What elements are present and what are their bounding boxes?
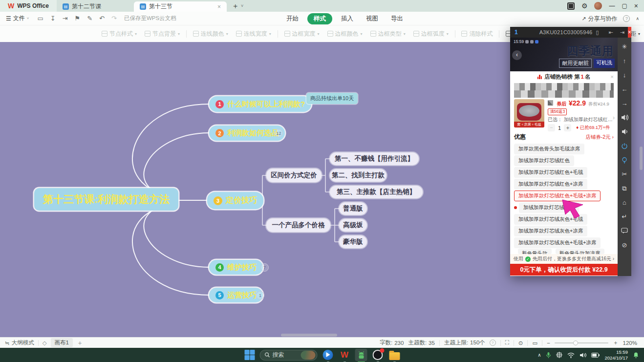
tray-expand-icon[interactable]: ∧ bbox=[537, 352, 541, 358]
tool-line-color[interactable]: 连线颜色▾ bbox=[189, 30, 232, 38]
wps-home-tab[interactable]: W WPS Office bbox=[0, 0, 57, 12]
product-video[interactable]: 15:59 ‹ 四季通用 耐用更耐脏 可机洗 bbox=[510, 38, 618, 71]
canvas-tab[interactable]: 画布1 bbox=[51, 338, 73, 347]
zoom-slider-knob[interactable] bbox=[573, 341, 578, 345]
volume-down-icon[interactable] bbox=[618, 125, 631, 139]
tool-line-width[interactable]: 连线宽度▾ bbox=[232, 30, 275, 38]
branch-3[interactable]: 3 定价技巧 bbox=[207, 192, 263, 209]
pricing-item-2[interactable]: 第二、找到主打款 bbox=[330, 169, 386, 182]
close-button[interactable]: × bbox=[634, 2, 638, 10]
theme-icon[interactable]: ◇ bbox=[43, 340, 47, 346]
taskbar-app-obs[interactable] bbox=[372, 349, 384, 361]
help-icon[interactable]: ? bbox=[623, 15, 630, 22]
branch-3-group-2[interactable]: 一个产品多个价格 bbox=[266, 218, 330, 232]
collapse-ribbon-icon[interactable]: ∧ bbox=[636, 16, 639, 21]
widgets-icon[interactable] bbox=[567, 2, 575, 10]
phone-window-titlebar[interactable]: 1 A3KU021C03005946 ▯ ⇤ ⇥ × bbox=[510, 27, 631, 38]
new-window-icon[interactable]: ▭ bbox=[34, 15, 46, 22]
new-tab-button[interactable]: ＋ bbox=[232, 1, 239, 11]
pricing-item-1[interactable]: 第一、不赚钱【用作引流】 bbox=[330, 152, 419, 165]
taskbar-app-android-mirror[interactable] bbox=[355, 349, 367, 361]
speaker-icon[interactable] bbox=[580, 352, 586, 358]
more-arrow-icon[interactable]: › bbox=[613, 114, 615, 121]
user-avatar[interactable] bbox=[594, 2, 602, 10]
maximize-button[interactable]: ▢ bbox=[622, 2, 627, 9]
file-menu[interactable]: ☰ 文件 ˅ bbox=[0, 14, 34, 22]
microphone-icon[interactable] bbox=[546, 352, 551, 359]
notification-bell-icon[interactable] bbox=[633, 352, 639, 359]
branch-1[interactable]: 1 什么时候可以上利润款? bbox=[209, 96, 311, 112]
menu-insert[interactable]: 插入 bbox=[337, 14, 357, 24]
taskbar-app-wps[interactable]: W bbox=[339, 349, 351, 361]
sku-row-clipped[interactable]: 新色骨头款 新色骨头款加凉席 bbox=[514, 249, 614, 254]
assistant-icon[interactable]: ✳ bbox=[618, 40, 631, 54]
phone-screen[interactable]: 15:59 ‹ 四季通用 耐用更耐脏 可机洗 店铺热销榜 第 1 名 × bbox=[510, 38, 618, 276]
arrow-left-icon[interactable]: ← bbox=[618, 82, 631, 96]
snip-tool-icon[interactable] bbox=[556, 352, 562, 358]
vertical-scrollbar[interactable] bbox=[640, 147, 643, 170]
next-device-icon[interactable]: ⇥ bbox=[617, 29, 628, 36]
zoom-slider[interactable] bbox=[555, 342, 608, 343]
prev-device-icon[interactable]: ⇤ bbox=[605, 29, 617, 36]
home-icon[interactable]: ⌂ bbox=[618, 195, 631, 210]
branch-2[interactable]: 2 利润款如何选品 bbox=[209, 126, 285, 141]
collapsed-count-badge[interactable]: 7 bbox=[260, 263, 269, 272]
qty-minus-button[interactable]: − bbox=[548, 124, 555, 131]
zoom-level[interactable]: 120% bbox=[623, 340, 637, 346]
find-replace-icon[interactable]: ⛶ bbox=[505, 340, 509, 346]
minimap-icon[interactable]: ▭ bbox=[532, 340, 537, 346]
central-topic[interactable]: 第十三节课:利润款打造方法 bbox=[34, 188, 178, 211]
edit-pen-icon[interactable]: ✎ bbox=[84, 15, 96, 22]
arrow-down-icon[interactable]: ↓ bbox=[618, 68, 631, 82]
branch-1-child[interactable]: 商品持续出单10天 bbox=[306, 93, 358, 104]
tool-node-background[interactable]: 节点背景▾ bbox=[141, 30, 184, 38]
tool-border-radius[interactable]: 边框弧度▾ bbox=[409, 30, 452, 38]
product-image[interactable]: 窝＋凉席＋毛毯 bbox=[514, 99, 544, 128]
locate-center-icon[interactable]: ⊙ bbox=[518, 340, 523, 346]
menu-style-active[interactable]: 样式 bbox=[307, 13, 332, 24]
export-icon[interactable]: ⇥ bbox=[59, 15, 71, 22]
wifi-icon[interactable] bbox=[567, 352, 575, 358]
doc-tab-1[interactable]: ▤ 第十二节课 bbox=[57, 1, 130, 12]
doc-tab-2-active[interactable]: ▤ 第十三节 × bbox=[134, 1, 227, 12]
message-icon[interactable]: ⋯ bbox=[618, 224, 631, 238]
phone-close-button[interactable]: × bbox=[628, 27, 631, 38]
outline-mode-button[interactable]: 大纲模式 bbox=[12, 339, 34, 346]
pricing-item-3[interactable]: 第三、主推款【店主热销】 bbox=[330, 186, 423, 198]
zoom-in-button[interactable]: ＋ bbox=[613, 339, 619, 346]
tab-list-chevron-icon[interactable]: ˅ bbox=[241, 3, 243, 8]
taskbar-search[interactable]: 搜索 bbox=[260, 350, 318, 361]
info-icon[interactable]: ? bbox=[490, 340, 496, 346]
branch-4[interactable]: 4 维护技巧 bbox=[209, 260, 263, 275]
back-return-icon[interactable]: ↵ bbox=[618, 210, 631, 224]
sku-option[interactable]: 加绒加厚款灯芯绒红色 bbox=[514, 155, 614, 167]
qty-plus-button[interactable]: ＋ bbox=[564, 124, 571, 131]
settings-gear-icon[interactable]: ⚙ bbox=[581, 2, 588, 10]
format-painter-icon[interactable]: ⚑ bbox=[71, 15, 84, 22]
sku-option[interactable]: 加厚款黑色骨头加毛毯凉席 bbox=[514, 143, 614, 155]
share-label[interactable]: 分享与协作 bbox=[588, 15, 617, 23]
back-button[interactable]: ‹ bbox=[512, 50, 522, 60]
version-premium[interactable]: 高级坂 bbox=[339, 219, 367, 232]
branch-5[interactable]: 5 运营技巧 bbox=[209, 288, 263, 302]
taskbar-app-explorer[interactable] bbox=[388, 349, 401, 361]
undo-icon[interactable]: ↶ bbox=[96, 15, 108, 22]
tool-border-width[interactable]: 边框宽度▾ bbox=[280, 30, 323, 38]
sku-option[interactable]: 加绒加厚款灯芯绒灰色+凉席 bbox=[514, 225, 614, 237]
menu-view[interactable]: 视图 bbox=[362, 14, 382, 24]
sku-option[interactable]: 加绒加厚款灯芯绒灰色+毛毯+凉席 bbox=[514, 237, 614, 249]
collapsed-count-badge[interactable]: 12 bbox=[275, 129, 283, 137]
sku-option[interactable]: 加绒加厚款灯芯绒红色+毛毯 bbox=[514, 167, 614, 178]
tool-border-type[interactable]: 边框类型▾ bbox=[366, 30, 409, 38]
power-icon[interactable] bbox=[618, 139, 631, 153]
flashlight-bulb-icon[interactable] bbox=[618, 153, 631, 167]
battery-icon[interactable] bbox=[591, 353, 600, 358]
minimize-button[interactable]: — bbox=[609, 2, 615, 9]
taskbar-app-media[interactable] bbox=[322, 349, 334, 361]
share-icon[interactable]: ↗ bbox=[581, 16, 586, 22]
start-button[interactable] bbox=[244, 349, 256, 361]
taskbar-clock[interactable]: 15:59 2024/10/17 bbox=[604, 349, 628, 361]
collapsed-count-badge[interactable]: 1 bbox=[256, 291, 264, 299]
version-normal[interactable]: 普通版 bbox=[339, 202, 367, 215]
menu-start[interactable]: 开始 bbox=[282, 14, 302, 24]
